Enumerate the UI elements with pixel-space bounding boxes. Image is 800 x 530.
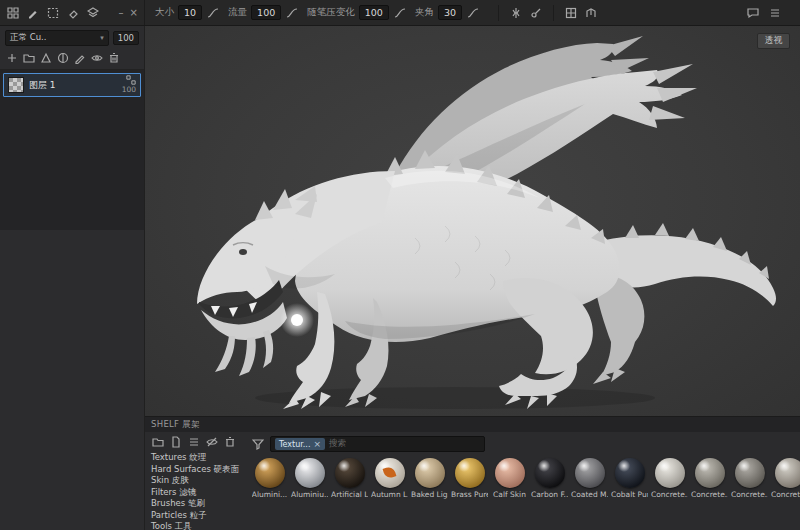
- search-placeholder: 搜索: [329, 438, 346, 450]
- chat-bubble-icon[interactable]: [746, 6, 760, 20]
- shelf-category-hard-surfaces[interactable]: Hard Surfaces 硬表面: [151, 464, 247, 476]
- shelf-category-filters[interactable]: Filters 滤镜: [151, 487, 247, 499]
- left-dock-header: – ×: [0, 0, 145, 25]
- material-sphere[interactable]: [615, 458, 645, 488]
- material-item[interactable]: Concrete...: [691, 458, 728, 499]
- param-value-field[interactable]: 100: [251, 5, 281, 20]
- pressure-curve-icon[interactable]: [393, 6, 407, 20]
- shelf-titlebar[interactable]: SHELF 展架: [145, 417, 800, 432]
- leaf-icon: [382, 466, 396, 480]
- material-item[interactable]: Concrete...: [651, 458, 688, 499]
- material-item[interactable]: Alumini...: [251, 458, 288, 499]
- panel-close-button[interactable]: ×: [130, 7, 138, 18]
- material-item[interactable]: Concrete...: [771, 458, 800, 499]
- layer-name[interactable]: 图层 1: [29, 79, 117, 92]
- material-sphere[interactable]: [415, 458, 445, 488]
- filter-funnel-icon[interactable]: [251, 437, 265, 451]
- param-label: 流量: [228, 6, 247, 19]
- menu-icon[interactable]: [768, 6, 782, 20]
- brush-params: 大小10流量100随笔压变化100夹角30: [155, 5, 488, 20]
- lazy-mouse-icon[interactable]: [529, 6, 543, 20]
- pencil-tool-icon[interactable]: [26, 6, 40, 20]
- shelf-actions: [151, 434, 247, 452]
- pressure-curve-icon[interactable]: [466, 6, 480, 20]
- chip-close-icon[interactable]: ×: [313, 439, 321, 449]
- projection-icon[interactable]: [584, 6, 598, 20]
- param-label: 随笔压变化: [307, 6, 355, 19]
- layer-opacity-field[interactable]: 100: [113, 31, 139, 45]
- panel-minimize-button[interactable]: –: [119, 7, 124, 18]
- effects-icon[interactable]: [39, 51, 53, 65]
- param-value-field[interactable]: 30: [438, 5, 462, 20]
- material-item[interactable]: Brass Pure: [451, 458, 488, 499]
- material-item[interactable]: Calf Skin: [491, 458, 528, 499]
- uv-tile-icon[interactable]: [564, 6, 578, 20]
- material-sphere[interactable]: [455, 458, 485, 488]
- shelf-category-brushes[interactable]: Brushes 笔刷: [151, 498, 247, 510]
- search-filter-chip[interactable]: Textur... ×: [275, 438, 325, 450]
- layer-actions-toolbar: [0, 49, 144, 70]
- search-input[interactable]: Textur... × 搜索: [270, 436, 485, 452]
- material-name: Alumini...: [252, 490, 287, 499]
- pressure-curve-icon[interactable]: [285, 6, 299, 20]
- material-sphere[interactable]: [655, 458, 685, 488]
- param-value-field[interactable]: 10: [178, 5, 202, 20]
- material-item[interactable]: Artificial L...: [331, 458, 368, 499]
- material-sphere[interactable]: [295, 458, 325, 488]
- pressure-curve-icon[interactable]: [206, 6, 220, 20]
- param-label: 夹角: [415, 6, 434, 19]
- material-name: Coated M...: [571, 490, 608, 499]
- layer-thumbnail[interactable]: [8, 77, 24, 93]
- material-sphere[interactable]: [535, 458, 565, 488]
- visibility-icon[interactable]: [90, 51, 104, 65]
- delete-layer-icon[interactable]: [107, 51, 121, 65]
- shelf-category-tools[interactable]: Tools 工具: [151, 521, 247, 530]
- material-item[interactable]: Coated M...: [571, 458, 608, 499]
- folder-icon[interactable]: [151, 435, 165, 449]
- add-layer-icon[interactable]: [5, 51, 19, 65]
- shelf-category-particles[interactable]: Particles 粒子: [151, 510, 247, 522]
- material-name: Aluminiu...: [291, 490, 328, 499]
- list-view-icon[interactable]: [187, 435, 201, 449]
- hide-icon[interactable]: [205, 435, 219, 449]
- material-item[interactable]: Baked Lig...: [411, 458, 448, 499]
- brush-param: 大小10: [155, 5, 220, 20]
- material-sphere[interactable]: [495, 458, 525, 488]
- material-name: Calf Skin: [493, 490, 526, 499]
- material-sphere[interactable]: [735, 458, 765, 488]
- symmetry-icon[interactable]: [509, 6, 523, 20]
- mask-icon[interactable]: [56, 51, 70, 65]
- shelf-category-skin[interactable]: Skin 皮肤: [151, 475, 247, 487]
- app-window: – × 大小10流量100随笔压变化100夹角30 正常 Cu.. ▾ 10: [0, 0, 800, 530]
- layer-row-selected[interactable]: 图层 1 100: [3, 73, 141, 97]
- param-value-field[interactable]: 100: [359, 5, 389, 20]
- marquee-icon[interactable]: [46, 6, 60, 20]
- layers-icon[interactable]: [86, 6, 100, 20]
- material-sphere[interactable]: [335, 458, 365, 488]
- material-name: Cobalt Pure: [611, 490, 648, 499]
- material-item[interactable]: Aluminiu...: [291, 458, 328, 499]
- blend-mode-dropdown[interactable]: 正常 Cu.. ▾: [5, 30, 109, 46]
- material-item[interactable]: Concrete...: [731, 458, 768, 499]
- new-file-icon[interactable]: [169, 435, 183, 449]
- eraser-icon[interactable]: [66, 6, 80, 20]
- paint-icon[interactable]: [73, 51, 87, 65]
- layer-blend-icon[interactable]: [126, 76, 136, 84]
- grid-icon[interactable]: [6, 6, 20, 20]
- camera-mode-button[interactable]: 透视: [757, 33, 790, 49]
- material-item[interactable]: Cobalt Pure: [611, 458, 648, 499]
- material-sphere[interactable]: [375, 458, 405, 488]
- material-sphere[interactable]: [775, 458, 800, 488]
- viewport-3d[interactable]: 透视: [145, 26, 800, 416]
- material-sphere[interactable]: [255, 458, 285, 488]
- material-item[interactable]: Carbon F...: [531, 458, 568, 499]
- material-name: Autumn L...: [371, 490, 408, 499]
- material-sphere[interactable]: [575, 458, 605, 488]
- material-item[interactable]: Autumn L...: [371, 458, 408, 499]
- add-folder-icon[interactable]: [22, 51, 36, 65]
- dragon-model[interactable]: [145, 26, 800, 416]
- material-sphere[interactable]: [695, 458, 725, 488]
- shelf-category-textures[interactable]: Textures 纹理: [151, 452, 247, 464]
- trash-icon[interactable]: [223, 435, 237, 449]
- layer-opacity-value[interactable]: 100: [122, 85, 136, 94]
